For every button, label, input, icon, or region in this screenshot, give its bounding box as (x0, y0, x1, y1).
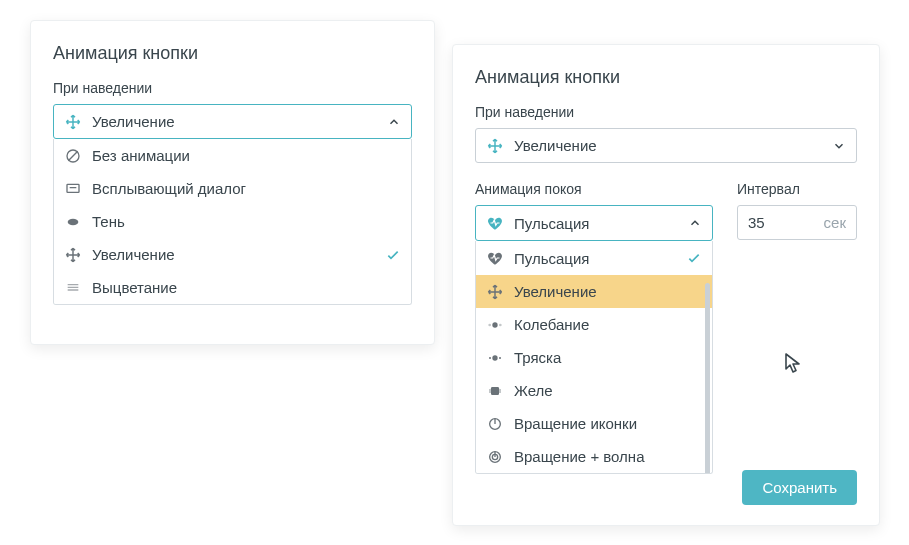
dropdown-item-label: Увеличение (92, 246, 175, 263)
hover-select-open[interactable]: Увеличение (53, 104, 412, 139)
rest-label: Анимация покоя (475, 181, 713, 197)
panel-title: Анимация кнопки (53, 43, 412, 64)
dropdown-item-label: Тряска (514, 349, 561, 366)
dropdown-item-none[interactable]: Без анимации (54, 139, 411, 172)
dropdown-item-pulse[interactable]: Пульсация (476, 241, 712, 275)
dropdown-item-fade[interactable]: Выцветание (54, 271, 411, 304)
dropdown-item-dialog[interactable]: Всплывающий диалог (54, 172, 411, 205)
dropdown-item-jelly[interactable]: Желе (476, 374, 712, 407)
scrollbar-thumb[interactable] (705, 283, 710, 474)
dropdown-item-label: Колебание (514, 316, 589, 333)
rest-dropdown-list: Пульсация Увеличение Колебание (475, 241, 713, 474)
dropdown-item-wobble[interactable]: Колебание (476, 308, 712, 341)
dropdown-item-label: Желе (514, 382, 553, 399)
interval-unit: сек (824, 214, 846, 231)
panel-title: Анимация кнопки (475, 67, 857, 88)
dialog-icon (64, 181, 82, 197)
hover-select-value: Увеличение (514, 137, 597, 154)
move-icon (64, 247, 82, 263)
dropdown-item-label: Выцветание (92, 279, 177, 296)
interval-value: 35 (748, 214, 824, 231)
check-icon (385, 247, 401, 263)
hover-select-value: Увеличение (92, 113, 175, 130)
svg-rect-9 (499, 389, 501, 393)
spin-icon (486, 416, 504, 432)
animation-panel-right: Анимация кнопки При наведении Увеличение… (452, 44, 880, 526)
dropdown-item-label: Увеличение (514, 283, 597, 300)
chevron-up-icon (688, 216, 702, 230)
chevron-up-icon (387, 115, 401, 129)
svg-point-6 (492, 355, 497, 360)
dropdown-item-shadow[interactable]: Тень (54, 205, 411, 238)
dropdown-item-shake[interactable]: Тряска (476, 341, 712, 374)
dropdown-item-zoom[interactable]: Увеличение (476, 275, 712, 308)
dropdown-item-zoom[interactable]: Увеличение (54, 238, 411, 271)
dropdown-item-label: Всплывающий диалог (92, 180, 246, 197)
dropdown-item-label: Вращение иконки (514, 415, 637, 432)
rest-select-open[interactable]: Пульсация (475, 205, 713, 241)
dropdown-item-label: Тень (92, 213, 125, 230)
pulse-icon (486, 249, 504, 267)
dropdown-item-spin[interactable]: Вращение иконки (476, 407, 712, 440)
pulse-icon (486, 214, 504, 232)
jelly-icon (486, 383, 504, 399)
dropdown-item-wave[interactable]: Вращение + волна (476, 440, 712, 473)
wave-icon (486, 449, 504, 465)
dropdown-item-label: Вращение + волна (514, 448, 645, 465)
dropdown-item-label: Без анимации (92, 147, 190, 164)
svg-point-5 (499, 323, 502, 326)
svg-point-3 (492, 322, 497, 327)
chevron-down-icon (832, 139, 846, 153)
hover-dropdown-list: Без анимации Всплывающий диалог Тень Уве… (53, 139, 412, 305)
hover-select-closed[interactable]: Увеличение (475, 128, 857, 163)
move-icon (486, 284, 504, 300)
shake-icon (486, 350, 504, 366)
wobble-icon (486, 317, 504, 333)
hover-label: При наведении (475, 104, 857, 120)
svg-point-4 (488, 323, 491, 326)
svg-rect-7 (491, 387, 499, 395)
fade-icon (64, 280, 82, 296)
rest-select-value: Пульсация (514, 215, 589, 232)
none-icon (64, 148, 82, 164)
animation-panel-left: Анимация кнопки При наведении Увеличение… (30, 20, 435, 345)
interval-label: Интервал (737, 181, 857, 197)
svg-rect-8 (489, 389, 491, 393)
check-icon (686, 250, 702, 266)
shadow-icon (64, 214, 82, 230)
save-button[interactable]: Сохранить (742, 470, 857, 505)
dropdown-item-label: Пульсация (514, 250, 589, 267)
move-icon (486, 138, 504, 154)
interval-input[interactable]: 35 сек (737, 205, 857, 240)
svg-point-2 (68, 218, 79, 225)
hover-label: При наведении (53, 80, 412, 96)
move-icon (64, 114, 82, 130)
